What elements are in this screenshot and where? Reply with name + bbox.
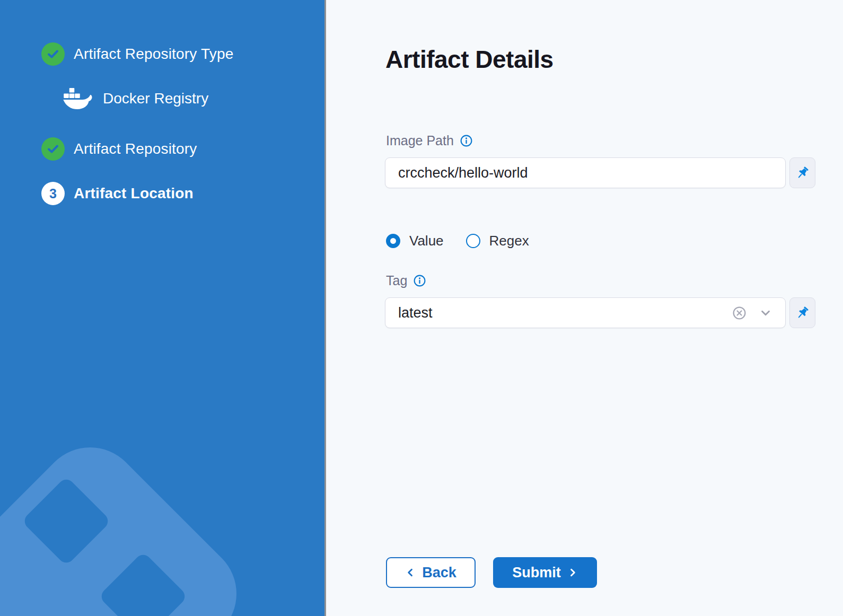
tag-input-wrap <box>385 297 786 328</box>
step-label: Artifact Repository Type <box>74 46 234 63</box>
image-path-input[interactable] <box>398 165 772 181</box>
page-title: Artifact Details <box>385 45 554 74</box>
step-label: Artifact Repository <box>74 140 197 157</box>
back-button[interactable]: Back <box>386 557 476 588</box>
pin-button[interactable] <box>789 297 815 328</box>
step-label: Artifact Location <box>74 185 194 202</box>
back-button-label: Back <box>422 565 456 581</box>
sidebar-step-artifact-repository[interactable]: Artifact Repository <box>41 137 197 161</box>
submit-button-label: Submit <box>512 565 561 581</box>
radio-option-value[interactable]: Value <box>386 233 444 249</box>
submit-button[interactable]: Submit <box>493 557 597 588</box>
value-regex-radio-group: Value Regex <box>386 233 529 249</box>
tag-label-row: Tag <box>386 273 426 288</box>
wizard-footer-buttons: Back Submit <box>386 557 597 588</box>
substep-label: Docker Registry <box>103 90 208 107</box>
pin-button[interactable] <box>789 157 815 188</box>
sidebar-substep-docker-registry[interactable]: Docker Registry <box>63 87 208 110</box>
radio-selected-icon <box>386 234 400 248</box>
wizard-sidebar: Artifact Repository Type Docker Registry… <box>0 0 326 616</box>
sidebar-step-artifact-location[interactable]: 3 Artifact Location <box>41 182 194 205</box>
tag-input[interactable] <box>398 305 720 321</box>
docker-whale-icon <box>63 87 92 110</box>
chevron-left-icon <box>405 567 416 578</box>
chevron-down-icon[interactable] <box>759 306 772 320</box>
info-icon[interactable] <box>413 274 426 287</box>
radio-label: Regex <box>489 233 529 249</box>
image-path-label-row: Image Path <box>386 133 473 148</box>
tag-field-row <box>385 297 815 328</box>
harness-logo-watermark <box>0 404 326 616</box>
radio-option-regex[interactable]: Regex <box>466 233 529 249</box>
check-circle-icon <box>41 42 65 66</box>
chevron-right-icon <box>567 567 578 578</box>
pin-icon <box>795 166 810 180</box>
image-path-field-row <box>385 157 815 188</box>
clear-icon[interactable] <box>732 305 747 321</box>
sidebar-step-artifact-repository-type[interactable]: Artifact Repository Type <box>41 42 234 66</box>
artifact-details-panel: Artifact Details Image Path Value <box>328 0 843 616</box>
step-number-badge: 3 <box>41 182 65 205</box>
radio-unselected-icon <box>466 234 480 248</box>
image-path-label: Image Path <box>386 133 454 148</box>
pin-icon <box>795 306 810 320</box>
image-path-input-wrap <box>385 157 786 188</box>
check-circle-icon <box>41 137 65 161</box>
radio-label: Value <box>409 233 444 249</box>
info-icon[interactable] <box>460 134 473 147</box>
tag-label: Tag <box>386 273 407 288</box>
